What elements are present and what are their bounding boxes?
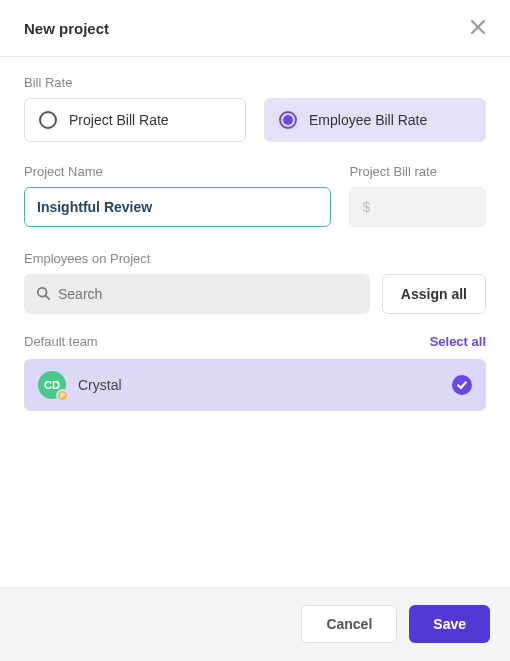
team-header: Default team Select all [24, 334, 486, 349]
name-and-rate-row: Project Name Project Bill rate $ [24, 164, 486, 227]
project-bill-rate-input: $ [349, 187, 486, 227]
modal-body: Bill Rate Project Bill Rate Employee Bil… [0, 57, 510, 429]
search-wrap[interactable] [24, 274, 370, 314]
modal-footer: Cancel Save [0, 587, 510, 661]
bill-rate-options: Project Bill Rate Employee Bill Rate [24, 98, 486, 142]
cancel-button[interactable]: Cancel [301, 605, 397, 643]
project-bill-rate-col: Project Bill rate $ [349, 164, 486, 227]
radio-icon [279, 111, 297, 129]
close-button[interactable] [470, 18, 486, 38]
project-name-col: Project Name [24, 164, 331, 227]
avatar-wrap: CD P [38, 371, 66, 399]
employee-name: Crystal [78, 377, 452, 393]
team-name: Default team [24, 334, 98, 349]
avatar-badge: P [56, 389, 69, 402]
assign-all-button[interactable]: Assign all [382, 274, 486, 314]
close-icon [470, 19, 486, 35]
bill-rate-employee-option[interactable]: Employee Bill Rate [264, 98, 486, 142]
employees-search-row: Assign all [24, 274, 486, 314]
search-icon [36, 286, 50, 303]
selected-check[interactable] [452, 375, 472, 395]
employee-row[interactable]: CD P Crystal [24, 359, 486, 411]
search-input[interactable] [58, 286, 358, 302]
check-icon [456, 379, 468, 391]
bill-rate-project-label: Project Bill Rate [69, 112, 169, 128]
radio-icon [39, 111, 57, 129]
bill-rate-employee-label: Employee Bill Rate [309, 112, 427, 128]
employees-label: Employees on Project [24, 251, 486, 266]
project-name-label: Project Name [24, 164, 331, 179]
project-name-input[interactable] [24, 187, 331, 227]
save-button[interactable]: Save [409, 605, 490, 643]
bill-rate-label: Bill Rate [24, 75, 486, 90]
modal-header: New project [0, 0, 510, 57]
project-bill-rate-label: Project Bill rate [349, 164, 486, 179]
modal-title: New project [24, 20, 109, 37]
bill-rate-project-option[interactable]: Project Bill Rate [24, 98, 246, 142]
select-all-link[interactable]: Select all [430, 334, 486, 349]
svg-line-3 [46, 295, 50, 299]
